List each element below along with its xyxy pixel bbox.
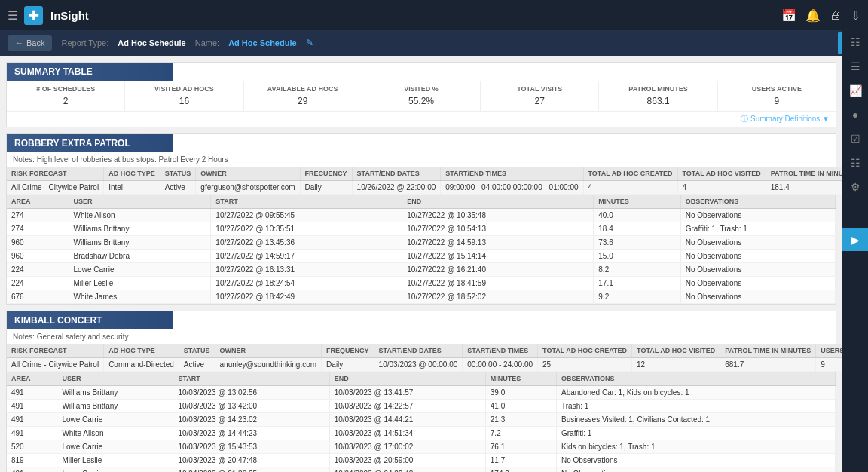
data-cell: 960 [7,236,69,250]
print-icon[interactable]: 🖨 [830,8,842,22]
grid-sidebar-icon[interactable]: ☷ [851,157,860,169]
data-cell: Daily [322,358,374,372]
data-cell: No Observations [680,263,835,277]
data-cell: 10/03/2023 @ 00:00:00 [374,358,463,372]
data-cell: 21.3 [485,413,556,427]
data-cell: 15.0 [594,250,680,263]
data-cell: No Observations [680,250,835,263]
table-row: 960Williams Brittany10/27/2022 @ 13:45:3… [7,236,836,250]
table-row: 491Lowe Carrie10/03/2023 @ 14:23:0210/03… [7,413,836,427]
data-cell: anunley@soundthinking.com [215,358,322,372]
data-cell: 676 [7,290,69,304]
sub-col-header: START [211,195,402,209]
data-cell: 10/03/2023 @ 14:22:57 [329,400,485,413]
data-cell: Williams Brittany [69,236,211,250]
data-cell: Williams Brittany [69,222,211,236]
nav-right: 📅 🔔 🖨 ⇩ [781,8,860,23]
data-cell: 681.7 [720,358,816,372]
data-cell: 10/27/2022 @ 15:14:14 [402,250,594,263]
name-label: Name: [195,38,219,48]
summary-definitions-link[interactable]: Summary Definitions [750,115,820,123]
sub-col-header: OBSERVATIONS [680,195,835,209]
table-row: 224Miller Leslie10/27/2022 @ 18:24:5410/… [7,277,836,290]
data-cell: 274 [7,222,69,236]
stat-label: TOTAL VISITS [484,85,595,93]
data-cell: White Alison [69,209,211,222]
data-cell: Active [179,358,215,372]
data-cell: 10/27/2022 @ 18:42:49 [211,290,402,304]
right-sidebar: ☷ ☰ 📈 ● ☑ ☷ ⚙ ▶ [842,30,868,472]
data-cell: 10/03/2023 @ 20:47:48 [173,454,329,467]
name-value[interactable]: Ad Hoc Schedule [228,38,296,48]
sub-col-header: AREA [7,372,57,386]
edit-icon[interactable]: ✎ [306,38,313,48]
stat-cell-1: VISITED AD HOCS16 [125,81,243,111]
data-cell: 41.0 [485,400,556,413]
stat-label: # OF SCHEDULES [10,85,121,93]
main-content: SUMMARY TABLE # OF SCHEDULES2VISITED AD … [0,56,842,472]
col-header: START/END TIMES [441,167,583,181]
back-button[interactable]: ← Back [8,35,52,51]
col-header: STATUS [179,344,215,358]
logo: ✚ [24,6,43,25]
data-cell: 73.6 [594,236,680,250]
data-cell: No Observations [680,236,835,250]
data-cell: 18.4 [594,222,680,236]
chart-sidebar-icon[interactable]: 📈 [849,84,862,97]
data-cell: 174.2 [485,467,556,473]
table-row: 224Lowe Carrie10/27/2022 @ 16:13:3110/27… [7,263,836,277]
data-cell: 491 [7,427,57,440]
data-cell: Kids on bicycles: 1, Trash: 1 [557,440,836,454]
data-cell: Active [160,181,196,195]
hamburger-icon[interactable]: ☰ [8,8,18,23]
data-cell: 4 [677,181,766,195]
kimball-title: KIMBALL CONCERT [7,311,173,329]
list-sidebar-icon[interactable]: ☰ [851,60,860,72]
data-cell: 8.2 [594,263,680,277]
col-header: FREQUENCY [322,344,374,358]
data-cell: All Crime - Citywide Patrol [7,358,104,372]
stat-value: 863.1 [602,96,714,106]
data-cell: 10/27/2022 @ 16:13:31 [211,263,402,277]
sidebar-expand-button[interactable]: ▶ [842,228,868,251]
check-sidebar-icon[interactable]: ☑ [851,133,860,145]
data-cell: 00:00:00 - 24:00:00 [463,358,538,372]
data-cell: 10/27/2022 @ 10:35:51 [211,222,402,236]
stat-cell-3: VISITED %55.2% [362,81,481,111]
data-cell: gferguson@shotspotter.com [196,181,300,195]
data-cell: 10/27/2022 @ 09:55:45 [211,209,402,222]
stat-cell-0: # OF SCHEDULES2 [7,81,125,111]
data-cell: Miller Leslie [69,277,211,290]
data-cell: Trash: 1 [557,400,836,413]
kimball-title-row: KIMBALL CONCERT [7,311,836,329]
data-cell: 960 [7,250,69,263]
data-cell: 9.2 [594,290,680,304]
data-cell: Lowe Carrie [69,263,211,277]
back-arrow-icon: ← [15,38,23,48]
stat-value: 9 [721,96,833,106]
data-cell: 10/03/2023 @ 15:43:53 [173,440,329,454]
settings-sidebar-icon[interactable]: ⚙ [851,181,860,193]
calendar-icon[interactable]: 📅 [781,8,796,23]
data-cell: White James [69,290,211,304]
data-cell: White Alison [57,427,173,440]
table-sidebar-icon[interactable]: ☷ [851,36,860,48]
data-cell: 491 [7,386,57,400]
stat-value: 29 [247,96,359,106]
data-cell: 491 [7,400,57,413]
download-icon[interactable]: ⇩ [851,8,860,23]
kimball-notes: Notes: General safety and security [7,329,836,344]
data-cell: 10/03/2023 @ 13:41:57 [329,386,485,400]
data-cell: Williams Brittany [57,400,173,413]
data-cell: 491 [7,413,57,427]
data-cell: Lowe Carrie [57,413,173,427]
location-sidebar-icon[interactable]: ● [852,109,858,121]
top-nav: ☰ ✚ InSight 📅 🔔 🖨 ⇩ [0,0,868,30]
notification-icon[interactable]: 🔔 [805,8,821,23]
kimball-section: KIMBALL CONCERT Notes: General safety an… [6,311,836,472]
data-cell: All Crime - Citywide Patrol [7,181,104,195]
sub-nav: ← Back Report Type: Ad Hoc Schedule Name… [0,30,868,56]
data-cell: 10/03/2023 @ 14:51:34 [329,427,485,440]
data-cell: No Observations [680,209,835,222]
data-cell: Graffiti: 1 [557,427,836,440]
